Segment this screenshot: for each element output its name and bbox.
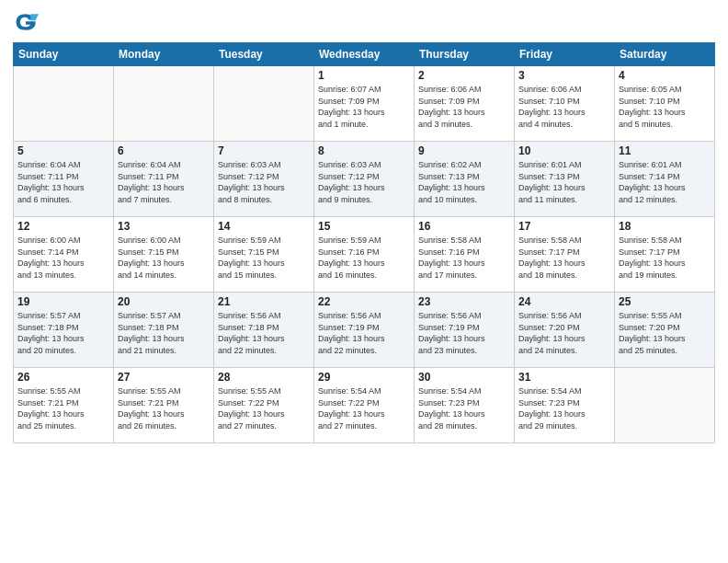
- day-info: Sunrise: 5:58 AM Sunset: 7:16 PM Dayligh…: [418, 235, 510, 281]
- day-number: 19: [17, 295, 109, 308]
- day-number: 2: [418, 69, 510, 82]
- logo-icon: [13, 9, 39, 35]
- weekday-header: Sunday: [14, 43, 114, 66]
- calendar-cell: 15Sunrise: 5:59 AM Sunset: 7:16 PM Dayli…: [314, 217, 415, 293]
- calendar-cell: 11Sunrise: 6:01 AM Sunset: 7:14 PM Dayli…: [615, 142, 715, 217]
- day-info: Sunrise: 5:56 AM Sunset: 7:19 PM Dayligh…: [418, 310, 510, 356]
- day-info: Sunrise: 5:58 AM Sunset: 7:17 PM Dayligh…: [518, 235, 610, 281]
- day-info: Sunrise: 6:03 AM Sunset: 7:12 PM Dayligh…: [218, 159, 310, 205]
- calendar-cell: 31Sunrise: 5:54 AM Sunset: 7:23 PM Dayli…: [515, 368, 615, 443]
- calendar-cell: 19Sunrise: 5:57 AM Sunset: 7:18 PM Dayli…: [14, 293, 114, 368]
- day-info: Sunrise: 5:59 AM Sunset: 7:16 PM Dayligh…: [318, 235, 410, 281]
- day-number: 20: [118, 295, 210, 308]
- day-info: Sunrise: 5:55 AM Sunset: 7:20 PM Dayligh…: [619, 310, 711, 356]
- day-info: Sunrise: 6:03 AM Sunset: 7:12 PM Dayligh…: [318, 159, 410, 205]
- header: [13, 9, 715, 35]
- day-number: 1: [318, 69, 410, 82]
- calendar-cell: 25Sunrise: 5:55 AM Sunset: 7:20 PM Dayli…: [615, 293, 715, 368]
- calendar-week-row: 5Sunrise: 6:04 AM Sunset: 7:11 PM Daylig…: [14, 142, 715, 217]
- calendar-cell: 17Sunrise: 5:58 AM Sunset: 7:17 PM Dayli…: [515, 217, 615, 293]
- calendar-week-row: 12Sunrise: 6:00 AM Sunset: 7:14 PM Dayli…: [14, 217, 715, 293]
- calendar-cell: 30Sunrise: 5:54 AM Sunset: 7:23 PM Dayli…: [415, 368, 515, 443]
- calendar-cell: 29Sunrise: 5:54 AM Sunset: 7:22 PM Dayli…: [314, 368, 415, 443]
- weekday-header: Monday: [114, 43, 214, 66]
- day-number: 23: [418, 295, 510, 308]
- calendar-cell: 22Sunrise: 5:56 AM Sunset: 7:19 PM Dayli…: [314, 293, 415, 368]
- day-number: 26: [17, 371, 109, 384]
- calendar-cell: 16Sunrise: 5:58 AM Sunset: 7:16 PM Dayli…: [415, 217, 515, 293]
- calendar-week-row: 26Sunrise: 5:55 AM Sunset: 7:21 PM Dayli…: [14, 368, 715, 443]
- weekday-header: Tuesday: [214, 43, 314, 66]
- day-number: 17: [518, 220, 610, 233]
- day-number: 15: [318, 220, 410, 233]
- calendar-cell: [615, 368, 715, 443]
- calendar-cell: 23Sunrise: 5:56 AM Sunset: 7:19 PM Dayli…: [415, 293, 515, 368]
- day-info: Sunrise: 6:01 AM Sunset: 7:13 PM Dayligh…: [518, 159, 610, 205]
- day-info: Sunrise: 5:57 AM Sunset: 7:18 PM Dayligh…: [118, 310, 210, 356]
- calendar-cell: 21Sunrise: 5:56 AM Sunset: 7:18 PM Dayli…: [214, 293, 314, 368]
- day-info: Sunrise: 5:54 AM Sunset: 7:22 PM Dayligh…: [318, 385, 410, 431]
- calendar-cell: 4Sunrise: 6:05 AM Sunset: 7:10 PM Daylig…: [615, 66, 715, 142]
- day-number: 25: [619, 295, 711, 308]
- day-number: 30: [418, 371, 510, 384]
- calendar-cell: 1Sunrise: 6:07 AM Sunset: 7:09 PM Daylig…: [314, 66, 415, 142]
- calendar-cell: 28Sunrise: 5:55 AM Sunset: 7:22 PM Dayli…: [214, 368, 314, 443]
- day-number: 16: [418, 220, 510, 233]
- day-info: Sunrise: 6:07 AM Sunset: 7:09 PM Dayligh…: [318, 84, 410, 130]
- calendar-cell: 13Sunrise: 6:00 AM Sunset: 7:15 PM Dayli…: [114, 217, 214, 293]
- day-number: 12: [17, 220, 109, 233]
- day-number: 29: [318, 371, 410, 384]
- calendar-cell: 12Sunrise: 6:00 AM Sunset: 7:14 PM Dayli…: [14, 217, 114, 293]
- calendar-week-row: 1Sunrise: 6:07 AM Sunset: 7:09 PM Daylig…: [14, 66, 715, 142]
- calendar-week-row: 19Sunrise: 5:57 AM Sunset: 7:18 PM Dayli…: [14, 293, 715, 368]
- day-number: 13: [118, 220, 210, 233]
- day-number: 10: [518, 144, 610, 157]
- day-info: Sunrise: 5:56 AM Sunset: 7:18 PM Dayligh…: [218, 310, 310, 356]
- day-number: 3: [518, 69, 610, 82]
- calendar-cell: [214, 66, 314, 142]
- calendar-body: 1Sunrise: 6:07 AM Sunset: 7:09 PM Daylig…: [14, 66, 715, 443]
- day-number: 4: [619, 69, 711, 82]
- day-info: Sunrise: 5:57 AM Sunset: 7:18 PM Dayligh…: [17, 310, 109, 356]
- calendar-cell: 26Sunrise: 5:55 AM Sunset: 7:21 PM Dayli…: [14, 368, 114, 443]
- calendar-cell: 18Sunrise: 5:58 AM Sunset: 7:17 PM Dayli…: [615, 217, 715, 293]
- day-info: Sunrise: 6:02 AM Sunset: 7:13 PM Dayligh…: [418, 159, 510, 205]
- day-info: Sunrise: 5:54 AM Sunset: 7:23 PM Dayligh…: [518, 385, 610, 431]
- day-info: Sunrise: 6:00 AM Sunset: 7:15 PM Dayligh…: [118, 235, 210, 281]
- day-info: Sunrise: 5:55 AM Sunset: 7:21 PM Dayligh…: [118, 385, 210, 431]
- day-number: 24: [518, 295, 610, 308]
- day-number: 27: [118, 371, 210, 384]
- day-number: 18: [619, 220, 711, 233]
- calendar-cell: 9Sunrise: 6:02 AM Sunset: 7:13 PM Daylig…: [415, 142, 515, 217]
- calendar-cell: [14, 66, 114, 142]
- day-info: Sunrise: 5:56 AM Sunset: 7:19 PM Dayligh…: [318, 310, 410, 356]
- calendar-cell: 6Sunrise: 6:04 AM Sunset: 7:11 PM Daylig…: [114, 142, 214, 217]
- calendar-table: SundayMondayTuesdayWednesdayThursdayFrid…: [13, 42, 715, 443]
- weekday-header: Wednesday: [314, 43, 415, 66]
- day-info: Sunrise: 6:00 AM Sunset: 7:14 PM Dayligh…: [17, 235, 109, 281]
- page-container: SundayMondayTuesdayWednesdayThursdayFrid…: [0, 0, 728, 449]
- calendar-cell: 3Sunrise: 6:06 AM Sunset: 7:10 PM Daylig…: [515, 66, 615, 142]
- day-info: Sunrise: 6:04 AM Sunset: 7:11 PM Dayligh…: [17, 159, 109, 205]
- weekday-row: SundayMondayTuesdayWednesdayThursdayFrid…: [14, 43, 715, 66]
- logo: [13, 9, 42, 35]
- calendar-cell: 7Sunrise: 6:03 AM Sunset: 7:12 PM Daylig…: [214, 142, 314, 217]
- day-number: 22: [318, 295, 410, 308]
- day-info: Sunrise: 6:05 AM Sunset: 7:10 PM Dayligh…: [619, 84, 711, 130]
- day-number: 8: [318, 144, 410, 157]
- calendar-cell: 20Sunrise: 5:57 AM Sunset: 7:18 PM Dayli…: [114, 293, 214, 368]
- calendar-cell: [114, 66, 214, 142]
- day-number: 6: [118, 144, 210, 157]
- calendar-cell: 2Sunrise: 6:06 AM Sunset: 7:09 PM Daylig…: [415, 66, 515, 142]
- day-number: 9: [418, 144, 510, 157]
- calendar-cell: 24Sunrise: 5:56 AM Sunset: 7:20 PM Dayli…: [515, 293, 615, 368]
- day-info: Sunrise: 5:55 AM Sunset: 7:21 PM Dayligh…: [17, 385, 109, 431]
- calendar-cell: 8Sunrise: 6:03 AM Sunset: 7:12 PM Daylig…: [314, 142, 415, 217]
- weekday-header: Saturday: [615, 43, 715, 66]
- day-number: 5: [17, 144, 109, 157]
- day-number: 21: [218, 295, 310, 308]
- day-info: Sunrise: 5:55 AM Sunset: 7:22 PM Dayligh…: [218, 385, 310, 431]
- day-info: Sunrise: 6:04 AM Sunset: 7:11 PM Dayligh…: [118, 159, 210, 205]
- day-number: 14: [218, 220, 310, 233]
- day-info: Sunrise: 6:06 AM Sunset: 7:09 PM Dayligh…: [418, 84, 510, 130]
